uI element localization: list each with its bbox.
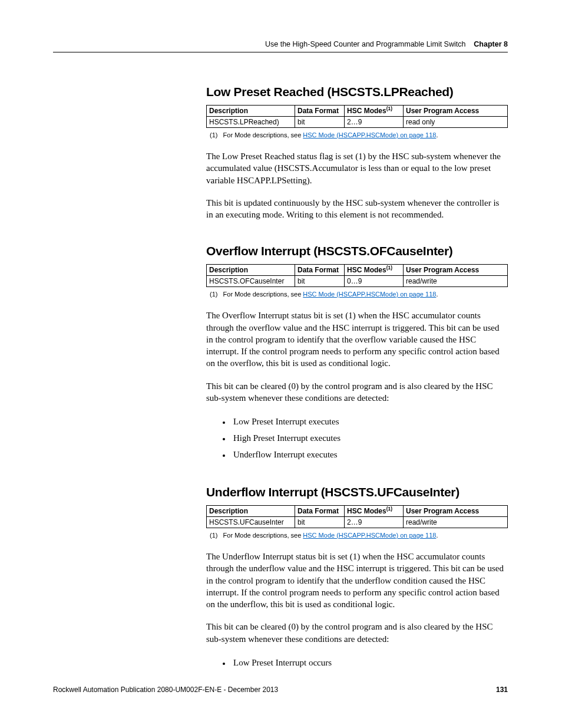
para: The Overflow Interrupt status bit is set… xyxy=(206,309,508,369)
main-content: Low Preset Reached (HSCSTS.LPReached) De… xyxy=(206,85,508,670)
heading-ofcauseinter: Overflow Interrupt (HSCSTS.OFCauseInter) xyxy=(206,244,508,258)
td-hsc-modes: 2…9 xyxy=(345,517,404,528)
section-ofcauseinter: Overflow Interrupt (HSCSTS.OFCauseInter)… xyxy=(206,244,508,462)
table-header-row: Description Data Format HSC Modes(1) Use… xyxy=(207,506,508,517)
table-ofcauseinter: Description Data Format HSC Modes(1) Use… xyxy=(206,264,508,287)
td-access: read only xyxy=(404,117,508,128)
header-text: Use the High-Speed Counter and Programma… xyxy=(265,40,465,48)
td-data-format: bit xyxy=(295,117,345,128)
td-data-format: bit xyxy=(295,517,345,528)
footer-page-number: 131 xyxy=(496,686,508,694)
td-description: HSCSTS.LPReached) xyxy=(207,117,295,128)
table-row: HSCSTS.LPReached) bit 2…9 read only xyxy=(207,117,508,128)
table-lpreached: Description Data Format HSC Modes(1) Use… xyxy=(206,105,508,128)
td-access: read/write xyxy=(404,276,508,287)
list-item: High Preset Interrupt executes xyxy=(231,431,508,445)
th-access: User Program Access xyxy=(404,265,508,276)
footnote-link[interactable]: HSC Mode (HSCAPP.HSCMode) on page 118 xyxy=(303,131,436,139)
list-item: Low Preset Interrupt occurs xyxy=(231,655,508,670)
list-item: Underflow Interrupt executes xyxy=(231,447,508,462)
th-hsc-modes: HSC Modes(1) xyxy=(345,265,404,276)
para: This bit is updated continuously by the … xyxy=(206,197,508,221)
bullet-list: Low Preset Interrupt executes High Prese… xyxy=(231,414,508,462)
bullet-list: Low Preset Interrupt occurs xyxy=(231,655,508,670)
footnote-lpreached: (1) For Mode descriptions, see HSC Mode … xyxy=(210,131,508,139)
table-row: HSCSTS.OFCauseInter bit 0…9 read/write xyxy=(207,276,508,287)
table-row: HSCSTS.UFCauseInter bit 2…9 read/write xyxy=(207,517,508,528)
th-data-format: Data Format xyxy=(295,265,345,276)
td-description: HSCSTS.UFCauseInter xyxy=(207,517,295,528)
footnote-link[interactable]: HSC Mode (HSCAPP.HSCMode) on page 118 xyxy=(303,532,436,539)
td-description: HSCSTS.OFCauseInter xyxy=(207,276,295,287)
section-lpreached: Low Preset Reached (HSCSTS.LPReached) De… xyxy=(206,85,508,220)
td-data-format: bit xyxy=(295,276,345,287)
footer-publication: Rockwell Automation Publication 2080-UM0… xyxy=(53,686,278,694)
th-access: User Program Access xyxy=(404,106,508,117)
th-description: Description xyxy=(207,265,295,276)
table-header-row: Description Data Format HSC Modes(1) Use… xyxy=(207,265,508,276)
para: The Low Preset Reached status flag is se… xyxy=(206,150,508,186)
list-item: Low Preset Interrupt executes xyxy=(231,414,508,429)
header-rule xyxy=(53,52,508,52)
para: This bit can be cleared (0) by the contr… xyxy=(206,621,508,645)
th-hsc-modes: HSC Modes(1) xyxy=(345,106,404,117)
heading-ufcauseinter: Underflow Interrupt (HSCSTS.UFCauseInter… xyxy=(206,485,508,499)
para: This bit can be cleared (0) by the contr… xyxy=(206,380,508,404)
th-data-format: Data Format xyxy=(295,506,345,517)
page-footer: Rockwell Automation Publication 2080-UM0… xyxy=(53,686,508,694)
td-access: read/write xyxy=(404,517,508,528)
th-description: Description xyxy=(207,106,295,117)
footnote-link[interactable]: HSC Mode (HSCAPP.HSCMode) on page 118 xyxy=(303,291,436,298)
section-ufcauseinter: Underflow Interrupt (HSCSTS.UFCauseInter… xyxy=(206,485,508,670)
td-hsc-modes: 2…9 xyxy=(345,117,404,128)
table-ufcauseinter: Description Data Format HSC Modes(1) Use… xyxy=(206,505,508,528)
footnote-ufcauseinter: (1) For Mode descriptions, see HSC Mode … xyxy=(210,532,508,539)
footnote-ofcauseinter: (1) For Mode descriptions, see HSC Mode … xyxy=(210,291,508,298)
page-header: Use the High-Speed Counter and Programma… xyxy=(53,40,508,52)
heading-lpreached: Low Preset Reached (HSCSTS.LPReached) xyxy=(206,85,508,99)
th-description: Description xyxy=(207,506,295,517)
table-header-row: Description Data Format HSC Modes(1) Use… xyxy=(207,106,508,117)
td-hsc-modes: 0…9 xyxy=(345,276,404,287)
para: The Underflow Interrupt status bit is se… xyxy=(206,551,508,610)
th-access: User Program Access xyxy=(404,506,508,517)
header-chapter: Chapter 8 xyxy=(474,40,508,48)
th-hsc-modes: HSC Modes(1) xyxy=(345,506,404,517)
th-data-format: Data Format xyxy=(295,106,345,117)
